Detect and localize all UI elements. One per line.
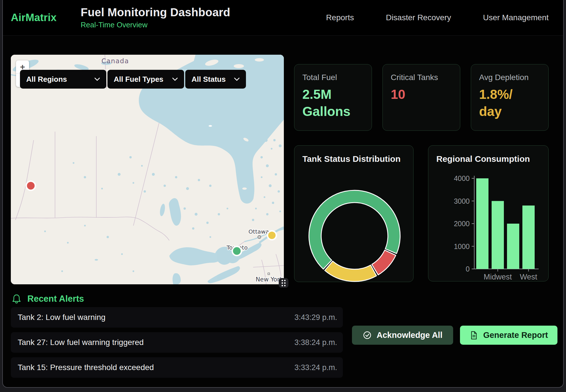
chevron-down-icon	[234, 77, 240, 81]
brand-logo[interactable]: AirMatrix	[11, 12, 81, 24]
chevron-down-icon	[172, 77, 178, 81]
stat-label: Critical Tanks	[391, 73, 452, 82]
alert-row: Tank 27: Low fuel warning triggered 3:38…	[11, 332, 343, 353]
resize-grip-handle[interactable]	[279, 278, 288, 288]
ottawa-city-dot-center	[259, 236, 260, 237]
main-nav: Reports Disaster Recovery User Managemen…	[326, 13, 549, 22]
header: AirMatrix Fuel Monitoring Dashboard Real…	[3, 0, 563, 36]
stat-card-avg-depletion: Avg Depletion 1.8%/day	[471, 64, 549, 131]
status-filter-dropdown[interactable]: All Status	[185, 70, 246, 89]
alert-timestamp: 3:43:29 p.m.	[294, 313, 337, 322]
stat-label: Total Fuel	[302, 73, 364, 82]
acknowledge-all-label: Acknowledge All	[377, 330, 443, 340]
alert-message: Tank 15: Pressure threshold exceeded	[18, 363, 154, 372]
svg-text:0: 0	[466, 265, 470, 273]
regional-consumption-chart-card: Regional Consumption 01000200030004000Mi…	[428, 145, 549, 281]
dashboard-window: AirMatrix Fuel Monitoring Dashboard Real…	[3, 0, 563, 387]
alert-timestamp: 3:38:24 p.m.	[294, 338, 337, 347]
map-label-canada: Canada	[101, 57, 129, 65]
fuel-type-filter-value: All Fuel Types	[114, 75, 163, 84]
alert-row: Tank 2: Low fuel warning 3:43:29 p.m.	[11, 307, 343, 328]
nav-disaster-recovery[interactable]: Disaster Recovery	[386, 13, 451, 22]
alerts-header: Recent Alerts	[11, 293, 84, 304]
nav-reports[interactable]: Reports	[326, 13, 354, 22]
tank-status-chart-card: Tank Status Distribution	[294, 145, 414, 282]
stat-card-critical-tanks: Critical Tanks 10	[382, 64, 460, 131]
alert-timestamp: 3:33:24 p.m.	[294, 363, 337, 372]
region-filter-value: All Regions	[26, 75, 67, 84]
stat-value: 10	[391, 86, 452, 103]
region-filter-dropdown[interactable]: All Regions	[20, 70, 106, 89]
alert-message: Tank 2: Low fuel warning	[18, 313, 105, 322]
check-circle-icon	[363, 331, 372, 340]
alert-row: Tank 15: Pressure threshold exceeded 3:3…	[11, 357, 343, 378]
map-canvas: Canada Ottawa Toronto New York	[11, 55, 284, 284]
nav-user-management[interactable]: User Management	[483, 13, 549, 22]
map-filters: All Regions All Fuel Types All Status	[20, 70, 246, 89]
map-label-ottawa: Ottawa	[249, 228, 269, 235]
report-document-icon	[469, 331, 478, 340]
svg-text:West: West	[520, 273, 538, 281]
stat-card-total-fuel: Total Fuel 2.5MGallons	[294, 64, 372, 131]
acknowledge-all-button[interactable]: Acknowledge All	[352, 326, 453, 345]
alerts-title: Recent Alerts	[27, 294, 84, 304]
tank-marker-warning[interactable]	[268, 231, 276, 240]
regional-consumption-bar-chart: 01000200030004000MidwestWest	[428, 146, 549, 282]
page-title-block: Fuel Monitoring Dashboard Real-Time Over…	[81, 6, 230, 29]
generate-report-label: Generate Report	[483, 330, 548, 340]
fuel-type-filter-dropdown[interactable]: All Fuel Types	[107, 70, 184, 89]
bell-icon	[11, 293, 22, 304]
stat-value: 2.5MGallons	[302, 86, 364, 120]
tank-marker-normal[interactable]	[232, 246, 241, 256]
page-title: Fuel Monitoring Dashboard	[81, 6, 230, 19]
svg-text:2000: 2000	[454, 220, 470, 228]
svg-text:4000: 4000	[454, 174, 470, 182]
map-panel[interactable]: Canada Ottawa Toronto New York + − All R…	[11, 55, 284, 284]
tank-status-donut-chart	[294, 146, 414, 282]
svg-text:3000: 3000	[454, 197, 470, 205]
svg-text:Midwest: Midwest	[484, 273, 512, 281]
alert-message: Tank 27: Low fuel warning triggered	[18, 338, 144, 347]
page-subtitle: Real-Time Overview	[81, 21, 230, 29]
tank-marker-critical[interactable]	[26, 181, 35, 190]
stat-cards: Total Fuel 2.5MGallons Critical Tanks 10…	[294, 64, 549, 131]
newyork-city-dot	[268, 273, 270, 275]
stat-value: 1.8%/day	[479, 86, 540, 120]
chevron-down-icon	[94, 77, 100, 81]
generate-report-button[interactable]: Generate Report	[460, 326, 557, 345]
svg-text:1000: 1000	[454, 242, 470, 250]
status-filter-value: All Status	[192, 75, 226, 84]
stat-label: Avg Depletion	[479, 73, 540, 82]
